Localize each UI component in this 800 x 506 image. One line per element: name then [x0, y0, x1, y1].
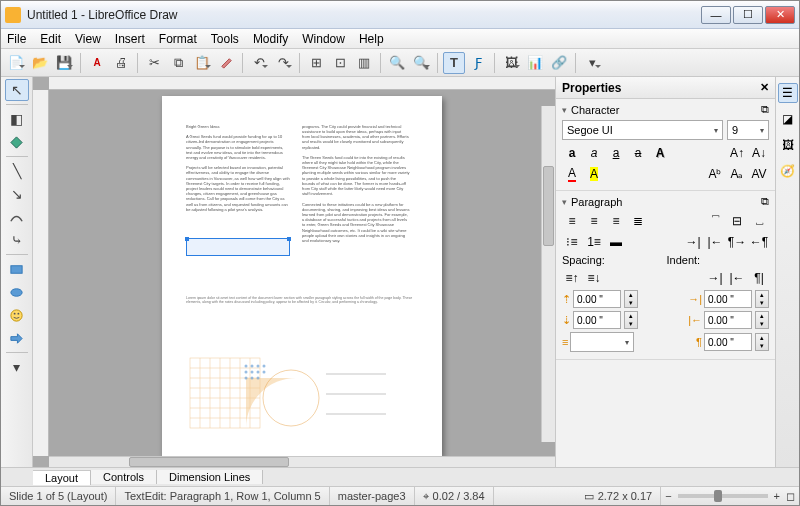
- copy-button[interactable]: ⧉: [167, 52, 189, 74]
- ellipse-tool[interactable]: [5, 281, 29, 303]
- indent-before-input[interactable]: ▴▾: [704, 290, 769, 308]
- grid-button[interactable]: ⊞: [305, 52, 327, 74]
- section-more-icon[interactable]: ⧉: [761, 195, 769, 208]
- shadow-button[interactable]: A: [650, 144, 670, 162]
- paste-button[interactable]: 📋: [191, 52, 213, 74]
- vertical-ruler[interactable]: [33, 90, 49, 456]
- inc-spacing-button[interactable]: ≡↑: [562, 269, 582, 287]
- zoom-fit-button[interactable]: ◻: [786, 490, 795, 503]
- textbox-button[interactable]: T: [443, 52, 465, 74]
- menu-edit[interactable]: Edit: [40, 32, 61, 46]
- smiley-tool[interactable]: [5, 304, 29, 326]
- ltr-button[interactable]: ¶→: [727, 233, 747, 251]
- more-shapes-tool[interactable]: ▾: [5, 356, 29, 378]
- image-button[interactable]: 🖼: [500, 52, 522, 74]
- char-spacing-button[interactable]: AV: [749, 165, 769, 183]
- font-name-select[interactable]: Segoe UI: [562, 120, 723, 140]
- align-right-button[interactable]: ≡: [606, 212, 626, 230]
- first-line-input[interactable]: ▴▾: [704, 333, 769, 351]
- menu-window[interactable]: Window: [302, 32, 345, 46]
- section-more-icon[interactable]: ⧉: [761, 103, 769, 116]
- menu-tools[interactable]: Tools: [211, 32, 239, 46]
- tab-layout[interactable]: Layout: [33, 470, 91, 485]
- line-tool[interactable]: ╲: [5, 160, 29, 182]
- redo-button[interactable]: ↷: [272, 52, 294, 74]
- align-center-button[interactable]: ≡: [584, 212, 604, 230]
- bg-color-button[interactable]: ▬: [606, 233, 626, 251]
- zoom-out-button[interactable]: −: [665, 490, 671, 502]
- clone-format-button[interactable]: [215, 52, 237, 74]
- menu-view[interactable]: View: [75, 32, 101, 46]
- page[interactable]: Bright Green IdeasA Great Seeds fund wou…: [162, 96, 442, 456]
- rtl-button[interactable]: ←¶: [749, 233, 769, 251]
- open-button[interactable]: 📂: [29, 52, 51, 74]
- tab-shapes-icon[interactable]: ◪: [778, 109, 798, 129]
- helplines-button[interactable]: ▥: [353, 52, 375, 74]
- panel-close-icon[interactable]: ✕: [760, 81, 769, 94]
- font-size-select[interactable]: 9: [727, 120, 769, 140]
- tab-dimension[interactable]: Dimension Lines: [157, 470, 263, 484]
- italic-button[interactable]: a: [584, 144, 604, 162]
- line-spacing-select[interactable]: [570, 332, 634, 352]
- horizontal-scrollbar[interactable]: [49, 456, 555, 467]
- print-button[interactable]: 🖨: [110, 52, 132, 74]
- menu-file[interactable]: File: [7, 32, 26, 46]
- menu-format[interactable]: Format: [159, 32, 197, 46]
- select-tool[interactable]: ↖: [5, 79, 29, 101]
- zoom-slider[interactable]: [678, 494, 768, 498]
- fontwork-button[interactable]: Ƒ: [467, 52, 489, 74]
- dec-spacing-button[interactable]: ≡↓: [584, 269, 604, 287]
- strike-button[interactable]: a: [628, 144, 648, 162]
- inc-indent-button[interactable]: →|: [683, 233, 703, 251]
- space-above-input[interactable]: ▴▾: [573, 290, 638, 308]
- dec-indent2-button[interactable]: |←: [727, 269, 747, 287]
- curve-tool[interactable]: [5, 206, 29, 228]
- tab-navigator-icon[interactable]: 🧭: [778, 161, 798, 181]
- zoom-drop-button[interactable]: 🔍: [410, 52, 432, 74]
- numbering-button[interactable]: 1≡: [584, 233, 604, 251]
- valign-mid-button[interactable]: ⊟: [727, 212, 747, 230]
- valign-bot-button[interactable]: ⎵: [749, 212, 769, 230]
- menu-modify[interactable]: Modify: [253, 32, 288, 46]
- decrease-font-button[interactable]: A↓: [749, 144, 769, 162]
- fill-color-tool[interactable]: [5, 131, 29, 153]
- hyperlink-button[interactable]: 🔗: [548, 52, 570, 74]
- new-button[interactable]: 📄: [5, 52, 27, 74]
- zoom-in-button[interactable]: +: [774, 490, 780, 502]
- status-master[interactable]: master-page3: [330, 487, 415, 505]
- inc-indent2-button[interactable]: →|: [705, 269, 725, 287]
- underline-button[interactable]: a: [606, 144, 626, 162]
- font-color-button[interactable]: A: [562, 165, 582, 183]
- snap-guides-button[interactable]: ⊡: [329, 52, 351, 74]
- cut-button[interactable]: ✂: [143, 52, 165, 74]
- block-arrow-tool[interactable]: [5, 327, 29, 349]
- tab-controls[interactable]: Controls: [91, 470, 157, 484]
- superscript-button[interactable]: Aᵇ: [705, 165, 725, 183]
- indent-after-input[interactable]: ▴▾: [704, 311, 769, 329]
- align-left-button[interactable]: ≡: [562, 212, 582, 230]
- toolbar-overflow[interactable]: ▾: [581, 52, 603, 74]
- export-pdf-button[interactable]: A: [86, 52, 108, 74]
- chart-button[interactable]: 📊: [524, 52, 546, 74]
- bold-button[interactable]: a: [562, 144, 582, 162]
- tab-properties-icon[interactable]: ☰: [778, 83, 798, 103]
- minimize-button[interactable]: —: [701, 6, 731, 24]
- document-viewport[interactable]: Bright Green IdeasA Great Seeds fund wou…: [49, 90, 555, 456]
- vertical-scrollbar[interactable]: [541, 106, 555, 442]
- valign-top-button[interactable]: ⎴: [705, 212, 725, 230]
- selected-text-frame[interactable]: [186, 238, 290, 256]
- save-button[interactable]: 💾: [53, 52, 75, 74]
- dec-indent-button[interactable]: |←: [705, 233, 725, 251]
- bullets-button[interactable]: ⁝≡: [562, 233, 582, 251]
- menu-insert[interactable]: Insert: [115, 32, 145, 46]
- undo-button[interactable]: ↶: [248, 52, 270, 74]
- tab-gallery-icon[interactable]: 🖼: [778, 135, 798, 155]
- connector-tool[interactable]: ⤷: [5, 229, 29, 251]
- hanging-button[interactable]: ¶|: [749, 269, 769, 287]
- zoom-button[interactable]: 🔍: [386, 52, 408, 74]
- menu-help[interactable]: Help: [359, 32, 384, 46]
- line-color-tool[interactable]: ◧: [5, 108, 29, 130]
- highlight-button[interactable]: A: [584, 165, 604, 183]
- lines-arrows-tool[interactable]: ↘: [5, 183, 29, 205]
- horizontal-ruler[interactable]: [49, 77, 555, 90]
